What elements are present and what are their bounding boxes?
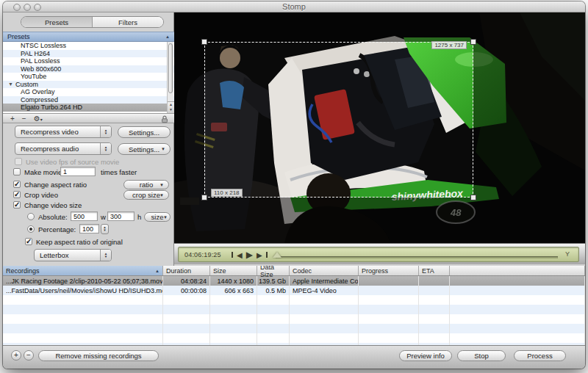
- pill-down-icon: ▼: [163, 215, 168, 220]
- width-unit-label: w: [101, 213, 106, 221]
- end-marker-icon[interactable]: Y: [565, 250, 570, 258]
- disclosure-triangle-icon[interactable]: ▼: [8, 82, 13, 87]
- sort-ascending-icon: ▲: [155, 269, 159, 273]
- timeline-scrubber: 04:06:19:25 ◀ ▶ ▶ Y: [178, 247, 579, 262]
- scrollbar-arrows[interactable]: ▲▼: [168, 101, 174, 113]
- popup-arrows-icon: ▲▼: [100, 143, 111, 154]
- stop-button[interactable]: Stop: [457, 350, 506, 361]
- percentage-field[interactable]: [79, 224, 99, 233]
- car-number-text: 48: [450, 207, 462, 218]
- process-button[interactable]: Process: [514, 350, 566, 361]
- crop-video-checkbox[interactable]: ✓: [13, 191, 21, 198]
- preset-item[interactable]: PAL Lossless: [3, 57, 174, 65]
- column-header-codec[interactable]: Codec: [290, 266, 359, 275]
- make-movie-checkbox[interactable]: [13, 168, 21, 175]
- popup-arrows-icon: ▲▼: [100, 250, 111, 261]
- crop-handle-bottom-left[interactable]: [201, 195, 207, 200]
- column-header-progress[interactable]: Progress: [359, 266, 419, 275]
- height-unit-label: h: [137, 213, 141, 221]
- step-back-button[interactable]: ◀: [237, 251, 243, 259]
- change-size-checkbox[interactable]: ✓: [13, 201, 21, 209]
- crop-size-popup[interactable]: crop size▼: [123, 190, 169, 200]
- sort-ascending-icon: ▲: [165, 35, 170, 39]
- absolute-radio[interactable]: [27, 213, 35, 220]
- video-settings-button[interactable]: Settings...: [118, 126, 171, 138]
- table-row[interactable]: ...JK Racing Footage 2/clip-2010-05-22 0…: [3, 276, 585, 286]
- preset-item-selected[interactable]: Elgato Turbo.264 HD: [3, 104, 174, 112]
- video-preview: shinywhitebox 48 1275 x 737 110 x 218: [174, 12, 585, 243]
- preset-actions-bar: + − ⚙▾: [3, 113, 174, 123]
- app-window: Stomp Presets Filters Presets ▲ NTSC Los…: [3, 1, 585, 369]
- crop-selection[interactable]: 1275 x 737 110 x 218: [204, 42, 473, 198]
- crop-handle-bottom-right[interactable]: [470, 195, 476, 200]
- pill-down-icon: ▼: [159, 193, 164, 198]
- column-header-data-size[interactable]: Data Size: [257, 266, 290, 275]
- table-row-empty: [3, 305, 585, 314]
- bottom-toolbar: + − Remove missing recordings Preview in…: [3, 345, 585, 369]
- percentage-stepper[interactable]: ▲▼: [101, 224, 109, 234]
- timeline-bar: 04:06:19:25 ◀ ▶ ▶ Y: [174, 243, 585, 264]
- presets-scrollbar[interactable]: ▲▼: [167, 42, 173, 113]
- scrollbar-thumb[interactable]: [168, 43, 173, 93]
- play-button[interactable]: ▶: [246, 250, 253, 260]
- preset-item[interactable]: Compressed: [3, 96, 174, 104]
- table-row-empty: [3, 295, 585, 305]
- ratio-popup[interactable]: ratio▼: [123, 180, 169, 189]
- absolute-label: Absolute:: [38, 213, 68, 221]
- gear-menu-button[interactable]: ⚙▾: [34, 115, 43, 123]
- remove-preset-button[interactable]: −: [22, 115, 26, 123]
- tab-presets[interactable]: Presets: [21, 17, 93, 27]
- gear-icon: ⚙: [34, 115, 40, 123]
- crop-handle-top-right[interactable]: [470, 39, 476, 45]
- column-header-eta[interactable]: ETA: [419, 266, 450, 275]
- percentage-radio[interactable]: [27, 225, 35, 233]
- preset-item[interactable]: NTSC Lossless: [3, 42, 174, 50]
- preset-group-custom[interactable]: ▼Custom: [3, 81, 174, 89]
- presets-list-header[interactable]: Presets ▲: [3, 32, 174, 42]
- change-size-label: Change video size: [24, 201, 82, 209]
- presets-panel: Presets Filters Presets ▲ NTSC Lossless …: [3, 12, 174, 266]
- recordings-table: Recordings▲ Duration Size Data Size Code…: [3, 266, 585, 345]
- column-header-filler: [450, 266, 585, 275]
- letterbox-popup[interactable]: Letterbox ▲▼: [34, 249, 112, 261]
- remove-recording-button[interactable]: −: [24, 350, 34, 361]
- preset-item[interactable]: YouTube: [3, 73, 174, 81]
- column-header-size[interactable]: Size: [210, 266, 257, 275]
- size-popup[interactable]: size▼: [144, 212, 171, 222]
- change-aspect-checkbox[interactable]: ✓: [13, 181, 21, 188]
- percentage-label: Percentage:: [38, 225, 76, 233]
- table-row[interactable]: ...FastData/Users/neil/Movies/iShowU HD/…: [3, 286, 585, 295]
- change-aspect-label: Change aspect ratio: [24, 181, 87, 189]
- height-field[interactable]: [107, 211, 135, 221]
- make-movie-field[interactable]: [60, 167, 96, 176]
- crop-handle-top-left[interactable]: [201, 39, 207, 45]
- width-field[interactable]: [71, 211, 98, 221]
- preview-info-button[interactable]: Preview info: [399, 350, 452, 361]
- recompress-audio-popup[interactable]: Recompress audio ▲▼: [15, 142, 112, 155]
- preset-item[interactable]: AG Overlay: [3, 88, 174, 96]
- step-forward-button[interactable]: ▶: [257, 251, 262, 259]
- table-row-empty: [3, 314, 585, 324]
- tab-filters[interactable]: Filters: [93, 17, 163, 27]
- timeline-track[interactable]: [276, 256, 558, 258]
- pill-down-icon: ▼: [159, 183, 164, 187]
- preset-item[interactable]: Web 800x600: [3, 65, 174, 73]
- remove-missing-recordings-button[interactable]: Remove missing recordings: [38, 350, 159, 361]
- timecode: 04:06:19:25: [184, 251, 221, 258]
- recompress-video-popup[interactable]: Recompress video ▲▼: [15, 126, 112, 138]
- make-movie-label: Make movie: [24, 168, 62, 176]
- use-fps-checkbox[interactable]: [15, 158, 22, 165]
- step-forward-bar-icon: [266, 252, 268, 258]
- add-recording-button[interactable]: +: [11, 350, 21, 361]
- preset-item[interactable]: PAL H264: [3, 50, 174, 58]
- table-row-empty: [3, 333, 585, 343]
- audio-settings-button[interactable]: Settings...▼: [118, 143, 171, 155]
- crop-dimensions-label: 1275 x 737: [431, 41, 467, 49]
- add-preset-button[interactable]: +: [10, 115, 15, 123]
- lock-icon[interactable]: [161, 115, 168, 125]
- column-header-recordings[interactable]: Recordings▲: [3, 266, 163, 275]
- playhead-marker[interactable]: [273, 252, 282, 258]
- use-fps-label: Use video fps of source movie: [26, 158, 119, 166]
- keep-aspect-checkbox[interactable]: ✓: [25, 238, 32, 245]
- column-header-duration[interactable]: Duration: [163, 266, 210, 275]
